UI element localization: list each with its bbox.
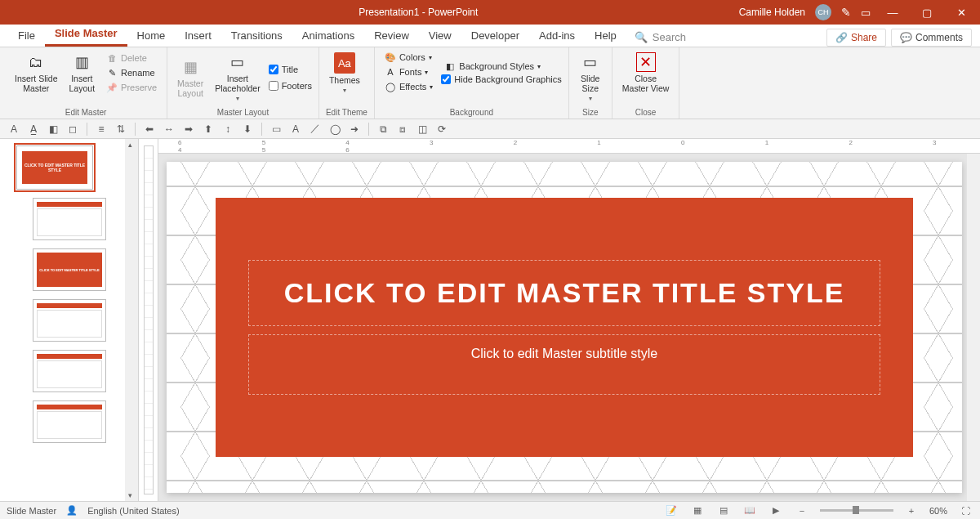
thumbnail-layout[interactable]: CLICK TO EDIT MASTER TITLE STYLE	[33, 248, 106, 291]
delete-button[interactable]: 🗑Delete	[103, 51, 160, 65]
title-placeholder[interactable]: Click to edit Master title style	[248, 260, 880, 326]
slide-canvas[interactable]: Click to edit Master title style Click t…	[167, 162, 962, 493]
thumbnail-layout[interactable]	[33, 400, 106, 443]
window-title: Presentation1 - PowerPoint	[98, 7, 739, 18]
themes-label: Themes	[329, 75, 360, 85]
chevron-down-icon: ▾	[589, 95, 592, 102]
align-icon[interactable]: ≡	[92, 121, 110, 137]
insert-placeholder-button[interactable]: ▭ Insert Placeholder ▾	[212, 51, 263, 104]
arrange-icon[interactable]: ◫	[413, 121, 431, 137]
tab-home[interactable]: Home	[127, 25, 176, 47]
tab-insert[interactable]: Insert	[175, 25, 221, 47]
title-checkbox[interactable]: Title	[269, 65, 312, 74]
canvas-scrollbar[interactable]	[967, 154, 980, 501]
footers-checkbox[interactable]: Footers	[269, 81, 312, 91]
zoom-out-button[interactable]: −	[794, 506, 810, 516]
shape-text-icon[interactable]: A	[287, 121, 305, 137]
tab-animations[interactable]: Animations	[292, 25, 364, 47]
thumbnail-layout[interactable]	[33, 350, 106, 392]
notes-icon[interactable]: 📝	[663, 505, 679, 516]
chevron-down-icon: ▾	[343, 87, 346, 94]
normal-view-icon[interactable]: ▦	[689, 505, 706, 516]
align-bottom-icon[interactable]: ⬇	[238, 121, 256, 137]
tab-file[interactable]: File	[8, 25, 45, 47]
tab-view[interactable]: View	[419, 25, 461, 47]
zoom-level[interactable]: 60%	[929, 506, 947, 516]
status-bar: Slide Master 👤 English (United States) 📝…	[0, 501, 980, 519]
ribbon-options-icon[interactable]: ▭	[861, 7, 871, 19]
bgstyles-label: Background Styles	[459, 61, 534, 71]
thumbnail-scrollbar[interactable]	[125, 139, 138, 501]
group-icon[interactable]: ⧉	[374, 121, 392, 137]
fonts-icon: A	[385, 66, 396, 78]
group-label: Master Layout	[174, 106, 312, 117]
search-icon: 🔍	[635, 31, 648, 43]
slide-size-button[interactable]: ▭ Slide Size ▾	[576, 51, 605, 104]
align-top-icon[interactable]: ⬆	[199, 121, 217, 137]
preserve-icon: 📌	[106, 82, 118, 93]
thumbnail-layout[interactable]	[33, 299, 106, 342]
master-layout-button[interactable]: ▦ Master Layout	[174, 56, 207, 100]
font-color-icon[interactable]: A	[5, 121, 23, 137]
shape-arrow-icon[interactable]: ➜	[345, 121, 363, 137]
tab-addins[interactable]: Add-ins	[529, 25, 585, 47]
zoom-slider[interactable]	[820, 509, 893, 512]
accessibility-icon[interactable]: 👤	[66, 505, 78, 516]
subtitle-placeholder[interactable]: Click to edit Master subtitle style	[248, 334, 880, 395]
insert-slide-master-button[interactable]: 🗂 Insert Slide Master	[11, 51, 61, 95]
sorter-view-icon[interactable]: ▤	[715, 505, 732, 516]
zoom-in-button[interactable]: +	[903, 506, 920, 516]
avatar[interactable]: CH	[815, 4, 831, 20]
close-master-view-button[interactable]: ✕ Close Master View	[619, 51, 673, 95]
maximize-button[interactable]: ▢	[915, 0, 939, 25]
comments-button[interactable]: 💬 Comments	[891, 29, 972, 47]
tab-slide-master[interactable]: Slide Master	[45, 22, 127, 47]
shape-line-icon[interactable]: ／	[306, 121, 324, 137]
highlight-icon[interactable]: A̲	[24, 121, 42, 137]
tab-help[interactable]: Help	[585, 25, 626, 47]
align-right-icon[interactable]: ➡	[180, 121, 198, 137]
shape-rect-icon[interactable]: ▭	[267, 121, 285, 137]
preserve-button[interactable]: 📌Preserve	[103, 81, 160, 94]
tab-developer[interactable]: Developer	[461, 25, 529, 47]
themes-button[interactable]: Aa Themes ▾	[326, 51, 363, 96]
search-box[interactable]: 🔍 Search	[626, 28, 694, 47]
insert-placeholder-label: Insert Placeholder	[215, 74, 260, 93]
quick-access-toolbar: A A̲ ◧ ◻ ≡ ⇅ ⬅ ↔ ➡ ⬆ ↕ ⬇ ▭ A ／ ◯ ➜ ⧉ ⧈ ◫…	[0, 119, 980, 139]
effects-label: Effects	[399, 82, 426, 92]
tab-transitions[interactable]: Transitions	[221, 25, 292, 47]
rotate-icon[interactable]: ⟳	[433, 121, 451, 137]
insert-layout-button[interactable]: ▥ Insert Layout	[66, 51, 99, 95]
status-language[interactable]: English (United States)	[87, 506, 180, 516]
align-center-icon[interactable]: ↔	[160, 121, 178, 137]
title-bar: Presentation1 - PowerPoint Camille Holde…	[0, 0, 980, 25]
hide-bg-checkbox[interactable]: Hide Background Graphics	[441, 74, 561, 84]
reading-view-icon[interactable]: 📖	[742, 505, 758, 516]
outline-icon[interactable]: ◻	[64, 121, 82, 137]
thumbnail-layout[interactable]	[33, 198, 106, 240]
close-button[interactable]: ✕	[949, 0, 973, 25]
fonts-button[interactable]: AFonts ▾	[381, 65, 436, 78]
align-left-icon[interactable]: ⬅	[140, 121, 158, 137]
align-middle-icon[interactable]: ↕	[219, 121, 237, 137]
ungroup-icon[interactable]: ⧈	[394, 121, 412, 137]
preserve-label: Preserve	[121, 83, 157, 92]
rename-button[interactable]: ✎Rename	[103, 66, 160, 79]
colors-button[interactable]: 🎨Colors ▾	[381, 51, 436, 64]
thumbnail-master[interactable]: CLICK TO EDIT MASTER TITLE STYLE	[16, 145, 93, 190]
share-button[interactable]: 🔗 Share	[826, 29, 886, 47]
fit-window-icon[interactable]: ⛶	[957, 506, 973, 516]
effects-button[interactable]: ◯Effects ▾	[381, 80, 436, 93]
shape-oval-icon[interactable]: ◯	[326, 121, 344, 137]
tab-review[interactable]: Review	[364, 25, 419, 47]
minimize-button[interactable]: —	[880, 0, 905, 25]
background-styles-button[interactable]: ◧Background Styles ▾	[441, 60, 561, 73]
distribute-icon[interactable]: ⇅	[112, 121, 130, 137]
user-name: Camille Holden	[739, 7, 805, 18]
bgstyles-icon: ◧	[444, 60, 456, 72]
fill-icon[interactable]: ◧	[44, 121, 62, 137]
group-label: Size	[576, 106, 605, 117]
pen-icon[interactable]: ✎	[841, 6, 851, 19]
thumb-title: CLICK TO EDIT MASTER TITLE STYLE	[22, 151, 87, 184]
slideshow-icon[interactable]: ▶	[768, 505, 784, 516]
